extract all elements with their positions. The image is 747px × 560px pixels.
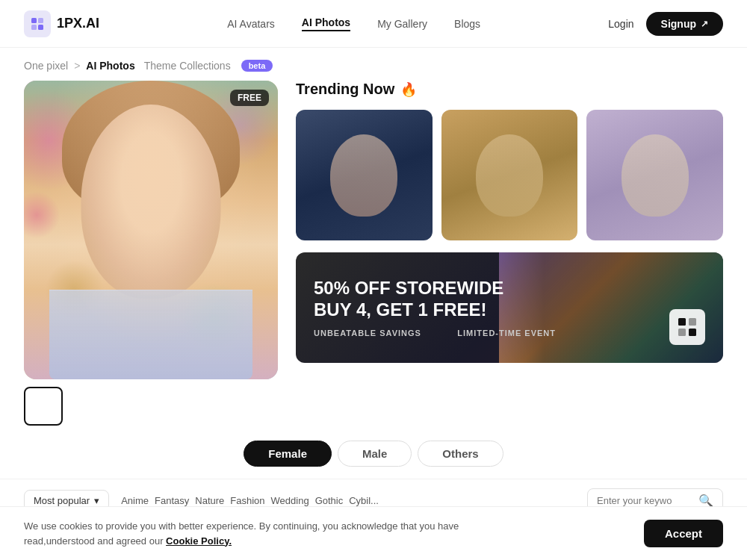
svg-rect-3 (38, 25, 43, 30)
svg-rect-2 (31, 25, 37, 30)
featured-panel: FREE (24, 81, 278, 426)
breadcrumb-current: AI Photos (86, 60, 134, 72)
portrait-circle-3 (622, 134, 689, 217)
svg-rect-4 (678, 318, 686, 326)
filter-tag-fashion[interactable]: Fashion (230, 495, 264, 506)
fire-icon: 🔥 (400, 81, 417, 98)
portrait-overlay (24, 81, 278, 379)
logo-icon (24, 10, 51, 37)
trending-card-2[interactable] (441, 110, 578, 240)
trending-header: Trending Now 🔥 (296, 81, 723, 98)
header-actions: Login Signup ↗ (608, 12, 723, 36)
cookie-bar: We use cookies to provide you with bette… (0, 506, 747, 560)
svg-rect-0 (31, 18, 37, 23)
svg-rect-7 (689, 329, 696, 336)
svg-rect-1 (38, 18, 43, 23)
signup-label: Signup (661, 18, 696, 30)
cookie-policy-link[interactable]: Cookie Policy. (166, 535, 232, 547)
breadcrumb-separator: > (74, 60, 80, 72)
cookie-text: We use cookies to provide you with bette… (24, 519, 472, 548)
sort-label: Most popular (34, 495, 90, 506)
filter-tags: Anime Fantasy Nature Fashion Wedding Got… (121, 495, 575, 506)
cookie-message: We use cookies to provide you with bette… (24, 520, 459, 547)
logo-text: 1PX.AI (57, 16, 99, 31)
thumbnail-3[interactable] (114, 387, 152, 426)
chevron-down-icon: ▾ (94, 495, 99, 506)
promo-logo (669, 309, 705, 345)
breadcrumb-page: Theme Collections (144, 60, 231, 72)
svg-rect-6 (678, 329, 686, 336)
filter-tag-fantasy[interactable]: Fantasy (155, 495, 189, 506)
tab-female[interactable]: Female (244, 441, 332, 467)
accept-button[interactable]: Accept (644, 520, 723, 547)
login-button[interactable]: Login (608, 18, 633, 30)
search-input[interactable] (597, 495, 694, 506)
card-face-2 (441, 110, 578, 240)
card-face-1 (296, 110, 433, 240)
right-panel: Trending Now 🔥 50% OFF (296, 81, 723, 426)
filter-tag-gothic[interactable]: Gothic (315, 495, 344, 506)
promo-text: 50% OFF STOREWIDEBUY 4, GET 1 FREE! UNBE… (314, 278, 705, 337)
beta-badge: beta (241, 60, 273, 72)
filter-tag-anime[interactable]: Anime (121, 495, 149, 506)
thumbnail-strip (24, 387, 278, 426)
breadcrumb-home[interactable]: One pixel (24, 60, 68, 72)
gender-tabs: Female Male Others (0, 441, 747, 467)
main-content: FREE Trending Now 🔥 (0, 81, 747, 426)
filter-tag-more[interactable]: Cybil... (349, 495, 379, 506)
breadcrumb: One pixel > AI Photos Theme Collections … (0, 48, 747, 81)
thumbnail-1[interactable] (24, 387, 63, 426)
promo-sub-right: LIMITED-TIME EVENT (457, 329, 556, 337)
portrait-art (24, 81, 278, 379)
logo[interactable]: 1PX.AI (24, 10, 99, 37)
filter-tag-wedding[interactable]: Wedding (271, 495, 309, 506)
svg-rect-5 (689, 318, 696, 326)
tab-others[interactable]: Others (418, 441, 503, 467)
promo-sub-left: UNBEATABLE SAVINGS (314, 329, 421, 337)
featured-image[interactable]: FREE (24, 81, 278, 379)
thumbnail-5[interactable] (203, 387, 242, 426)
portrait-circle-1 (330, 134, 397, 217)
signup-button[interactable]: Signup ↗ (646, 12, 723, 36)
card-face-3 (586, 110, 723, 240)
nav-item-blogs[interactable]: Blogs (454, 18, 480, 30)
nav-item-ai-avatars[interactable]: AI Avatars (227, 18, 275, 30)
promo-banner[interactable]: 50% OFF STOREWIDEBUY 4, GET 1 FREE! UNBE… (296, 252, 723, 363)
promo-main-text: 50% OFF STOREWIDEBUY 4, GET 1 FREE! (314, 278, 705, 321)
trending-card-3[interactable] (586, 110, 723, 240)
portrait-circle-2 (476, 134, 543, 217)
trending-grid (296, 110, 723, 240)
trending-title: Trending Now (296, 81, 394, 98)
header: 1PX.AI AI Avatars AI Photos My Gallery B… (0, 0, 747, 48)
trending-card-1[interactable] (296, 110, 433, 240)
nav-item-my-gallery[interactable]: My Gallery (377, 18, 427, 30)
main-nav: AI Avatars AI Photos My Gallery Blogs (227, 16, 480, 31)
tab-male[interactable]: Male (338, 441, 412, 467)
free-badge: FREE (230, 90, 269, 106)
filter-tag-nature[interactable]: Nature (195, 495, 224, 506)
thumbnail-2[interactable] (69, 387, 108, 426)
thumbnail-4[interactable] (158, 387, 197, 426)
nav-item-ai-photos[interactable]: AI Photos (302, 16, 350, 31)
signup-arrow-icon: ↗ (701, 19, 708, 29)
